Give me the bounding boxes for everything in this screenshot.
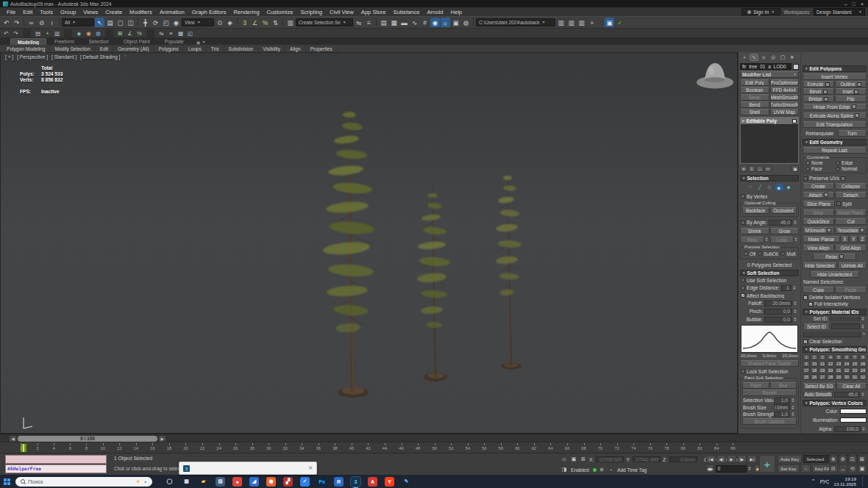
by-angle-checkbox[interactable] xyxy=(741,220,745,225)
populate-tool-icon[interactable]: ◍ xyxy=(94,29,102,37)
modifier-button[interactable]: TurboSmooth xyxy=(770,101,800,108)
selection-value-field[interactable]: 1,0 xyxy=(774,398,790,403)
by-angle-field[interactable]: 45,0 xyxy=(769,220,792,226)
edit-geometry-rollout-header[interactable]: ▼Edit Geometry xyxy=(803,139,867,146)
ribbon-group-button[interactable]: Edit xyxy=(96,45,113,52)
edit-polygons-button[interactable]: Inset xyxy=(835,88,867,95)
time-slider[interactable]: 0 / 100 xyxy=(18,436,157,442)
feather-app-icon[interactable]: ✎ xyxy=(402,477,411,487)
loop-spinner[interactable] xyxy=(794,237,799,243)
edit-polygons-button[interactable]: Outline xyxy=(835,81,867,87)
menu-item[interactable]: Substance xyxy=(390,9,424,15)
smoothing-group-button[interactable]: 14 xyxy=(843,361,850,367)
by-vertex-checkbox[interactable] xyxy=(741,194,745,198)
edit-polygons-button[interactable]: Bevel xyxy=(803,88,834,95)
snap-grid-small-icon[interactable]: ⊞ xyxy=(116,29,124,37)
smoothing-group-button[interactable]: 13 xyxy=(835,361,842,367)
scene-check-icon[interactable]: ✓ xyxy=(615,18,625,27)
grow-button[interactable]: Grow xyxy=(770,228,800,234)
alpha-field[interactable]: 100,0 xyxy=(834,426,861,432)
ribbon-group-button[interactable]: Geometry (All) xyxy=(113,45,154,52)
browser-icon[interactable]: ◉ xyxy=(266,477,276,487)
prev-frame-icon[interactable]: ◀| xyxy=(716,455,726,463)
ribbon-group-button[interactable]: Polygons xyxy=(154,45,184,52)
mirror-small-icon[interactable]: ⇋ xyxy=(157,29,166,37)
preview-subobj-radio[interactable] xyxy=(758,251,762,256)
fir-tree-large[interactable] xyxy=(322,107,374,392)
menu-item[interactable]: Rendering xyxy=(230,9,263,15)
ribbon-group-button[interactable]: Modify Selection xyxy=(50,45,95,52)
quickslice-button[interactable]: QuickSlice xyxy=(803,218,834,225)
scene-states-list-icon[interactable]: ▥ xyxy=(577,18,586,27)
zoom-extents-all-icon[interactable]: ⊠ xyxy=(858,455,867,464)
menu-item[interactable]: Create xyxy=(102,9,126,15)
modifier-button[interactable]: Shell xyxy=(740,109,769,115)
auto-key-button[interactable]: Auto Key xyxy=(778,455,802,463)
calculator-icon[interactable]: ▤ xyxy=(216,477,225,487)
add-time-tag[interactable]: Add Time Tag xyxy=(617,467,647,473)
named-selection-dropdown[interactable]: Create Selection Se▼ xyxy=(296,18,353,26)
ribbon-tab[interactable]: Populate xyxy=(158,38,191,45)
smoothing-group-button[interactable]: 15 xyxy=(851,361,858,367)
select-id-field[interactable] xyxy=(831,323,860,329)
smoothing-group-button[interactable]: 21 xyxy=(835,367,842,373)
transform-gizmo-icon[interactable]: ◇ xyxy=(561,456,568,463)
illumination-color-swatch[interactable] xyxy=(840,417,867,423)
collapse-button[interactable]: Collapse xyxy=(835,183,867,190)
next-frame-icon[interactable]: |▶ xyxy=(737,455,747,463)
check-app-icon[interactable]: ✓ xyxy=(300,477,310,487)
show-end-result-icon[interactable]: ≡ xyxy=(748,165,755,172)
preserve-uvs-checkbox[interactable] xyxy=(803,176,808,181)
play-icon[interactable]: ▶ xyxy=(727,455,736,463)
retriangulate-button[interactable]: Retriangulate xyxy=(803,130,837,137)
schematic-view-icon[interactable]: # xyxy=(420,18,430,27)
smoothing-group-button[interactable]: 16 xyxy=(859,361,867,367)
taskbar-search[interactable]: Поиск ✦ ✦ xyxy=(15,477,152,487)
constraint-radio[interactable]: Normal xyxy=(835,166,864,171)
project-folder-dropdown[interactable]: C:\Users\dani 2024\autoback▼ xyxy=(476,18,555,26)
select-and-place-icon[interactable]: ◉ xyxy=(171,18,181,27)
smoothing-group-button[interactable]: 25 xyxy=(803,374,810,380)
fir-tree-medium[interactable] xyxy=(417,187,451,377)
smoothing-group-button[interactable]: 31 xyxy=(851,374,858,380)
constraint-radio[interactable]: Edge xyxy=(835,160,864,165)
modifier-button[interactable]: Bend xyxy=(740,101,769,108)
brush-options-button[interactable]: Brush Options xyxy=(742,418,797,425)
split-checkbox[interactable] xyxy=(836,201,841,206)
smoothing-group-button[interactable]: 9 xyxy=(803,361,810,367)
smoothing-group-button[interactable]: 12 xyxy=(827,361,834,367)
angle-snap-small-icon[interactable]: ∠ xyxy=(126,29,134,37)
previous-frame-arrow[interactable]: ◀ xyxy=(10,436,16,442)
ribbon-group-button[interactable]: Visibility xyxy=(258,45,285,52)
edit-polygons-button[interactable]: Extrude xyxy=(803,81,834,87)
modifier-button[interactable]: UVW Map xyxy=(770,109,800,115)
selection-filter-dropdown[interactable]: All▼ xyxy=(62,18,94,26)
smoothing-group-button[interactable]: 4 xyxy=(827,354,834,360)
use-soft-selection-checkbox[interactable] xyxy=(741,278,745,282)
ribbon-group-button[interactable]: Align xyxy=(285,45,306,52)
undo-small-icon[interactable]: ↶ xyxy=(2,29,10,37)
edge-subobject-icon[interactable]: ╱ xyxy=(756,184,764,191)
sign-in-button[interactable]: Sign In ▼ xyxy=(741,8,780,15)
menu-item[interactable]: Customize xyxy=(263,9,297,15)
select-id-button[interactable]: Select ID xyxy=(803,323,830,329)
ring-spinner[interactable] xyxy=(765,237,769,243)
object-color-swatch[interactable] xyxy=(793,64,799,70)
blur-button[interactable]: Blur xyxy=(770,382,797,389)
planar-z-button[interactable]: Z xyxy=(858,236,867,243)
viewport-renderer-menu[interactable]: [ Standard ] xyxy=(51,54,77,60)
absolute-offset-icon[interactable]: ⊞ xyxy=(580,456,587,463)
more-toolbar-items-icon[interactable]: » xyxy=(587,18,597,27)
z-coordinate-field[interactable]: 0,0mm xyxy=(669,456,697,462)
smoothing-group-button[interactable]: 10 xyxy=(811,361,818,367)
smoothing-group-button[interactable]: 24 xyxy=(859,367,867,373)
select-by-name-icon[interactable]: ▤ xyxy=(105,18,115,27)
ribbon-camera-icon[interactable]: ▣ xyxy=(196,40,201,45)
backface-button[interactable]: Backface xyxy=(742,207,769,214)
smoothing-group-button[interactable]: 22 xyxy=(843,367,850,373)
save-scene-state-icon[interactable]: ▥ xyxy=(566,18,576,27)
align-small-icon[interactable]: ≡ xyxy=(167,29,175,37)
ribbon-tab[interactable]: Object Paint xyxy=(117,38,157,45)
menu-item[interactable]: Tools xyxy=(36,9,57,15)
smoothing-group-button[interactable]: 32 xyxy=(859,374,867,380)
